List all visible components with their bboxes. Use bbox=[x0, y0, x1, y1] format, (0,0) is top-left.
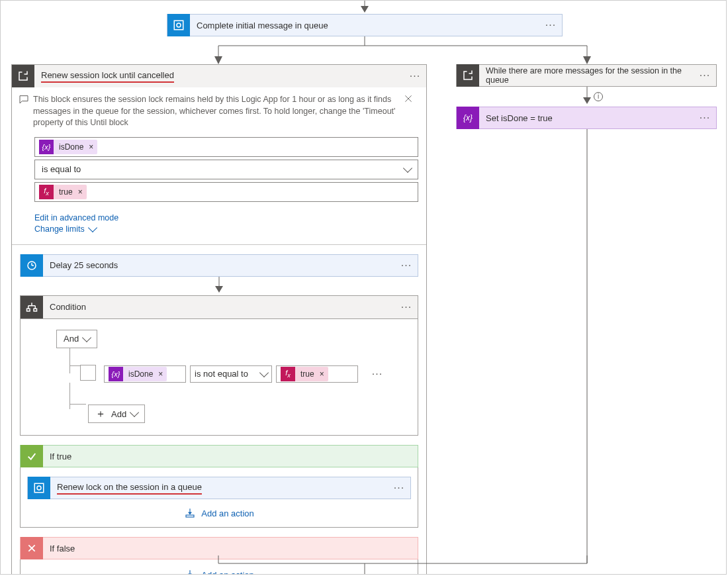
until-loop-icon bbox=[12, 65, 34, 87]
chevron-down-icon bbox=[403, 163, 412, 172]
check-icon bbox=[21, 445, 43, 467]
action-complete-initial-message[interactable]: Complete initial message in queue ··· bbox=[167, 14, 563, 36]
change-limits-link[interactable]: Change limits bbox=[34, 224, 96, 234]
svg-point-24 bbox=[37, 486, 41, 490]
token-isdone[interactable]: {x} isDone × bbox=[39, 140, 97, 154]
if-true-header[interactable]: If true bbox=[20, 445, 418, 467]
token-true[interactable]: fx true × bbox=[39, 185, 87, 199]
svg-marker-1 bbox=[361, 6, 369, 13]
svg-rect-25 bbox=[186, 515, 194, 517]
connector bbox=[1, 555, 727, 575]
servicebus-icon bbox=[167, 14, 190, 36]
set-isdone-action[interactable]: {x} Set isDone = true ··· bbox=[456, 107, 717, 129]
svg-marker-27 bbox=[188, 512, 192, 515]
svg-rect-22 bbox=[34, 309, 37, 311]
if-true-label: If true bbox=[43, 452, 418, 461]
while-title: While there are more messages for the se… bbox=[479, 66, 694, 85]
condition-menu-button[interactable]: ··· bbox=[395, 301, 418, 313]
until-operator-select[interactable]: is equal to bbox=[34, 160, 418, 179]
if-true-branch: If true Renew lock on the session in a q… bbox=[20, 445, 418, 528]
if-false-label: If false bbox=[43, 544, 418, 553]
arrow bbox=[212, 277, 226, 295]
svg-rect-2 bbox=[174, 21, 183, 30]
chevron-down-icon bbox=[130, 408, 139, 417]
connector bbox=[580, 129, 594, 563]
svg-rect-23 bbox=[34, 483, 44, 493]
condition-title: Condition bbox=[43, 302, 395, 312]
renew-lock-action[interactable]: Renew lock on the session in a queue ··· bbox=[27, 477, 411, 499]
arrow bbox=[358, 1, 371, 14]
chevron-down-icon bbox=[88, 222, 97, 232]
action-title: Complete initial message in queue bbox=[190, 21, 539, 30]
while-menu-button[interactable]: ··· bbox=[694, 70, 716, 81]
svg-marker-8 bbox=[214, 56, 222, 64]
add-action-true[interactable]: Add an action bbox=[27, 507, 411, 519]
until-value-field[interactable]: {x} isDone × bbox=[34, 137, 418, 157]
connector bbox=[1, 36, 727, 68]
renew-lock-title: Renew lock on the session in a queue bbox=[50, 482, 388, 495]
set-isdone-menu[interactable]: ··· bbox=[694, 112, 716, 124]
delay-action[interactable]: Delay 25 seconds ··· bbox=[20, 254, 418, 277]
condition-group-and[interactable]: And bbox=[56, 330, 97, 348]
arrow bbox=[580, 87, 594, 107]
while-loop-action[interactable]: While there are more messages for the se… bbox=[456, 64, 717, 87]
condition-block: Condition ··· And {x}isDone× is not equa… bbox=[20, 295, 418, 436]
until-loop-icon bbox=[457, 64, 479, 87]
comment-icon bbox=[19, 94, 33, 129]
panel-title: Renew session lock until cancelled bbox=[34, 70, 404, 83]
set-isdone-title: Set isDone = true bbox=[479, 113, 694, 123]
svg-rect-21 bbox=[27, 309, 30, 311]
note-row: This block ensures the session lock rema… bbox=[12, 87, 426, 136]
remove-token-button[interactable]: × bbox=[77, 187, 87, 197]
svg-point-3 bbox=[177, 23, 181, 27]
renew-lock-panel: Renew session lock until cancelled ··· T… bbox=[11, 64, 427, 575]
note-text: This block ensures the session lock rema… bbox=[33, 94, 404, 129]
until-target-field[interactable]: fx true × bbox=[34, 182, 418, 202]
renew-lock-menu[interactable]: ··· bbox=[388, 482, 410, 494]
condition-icon bbox=[21, 296, 43, 318]
svg-marker-16 bbox=[215, 286, 223, 293]
info-icon[interactable]: i bbox=[594, 91, 603, 101]
remove-token-button[interactable]: × bbox=[87, 142, 97, 152]
svg-marker-9 bbox=[583, 56, 591, 64]
svg-marker-37 bbox=[583, 97, 591, 104]
chevron-down-icon bbox=[82, 332, 91, 342]
clock-icon bbox=[21, 254, 43, 277]
panel-menu-button[interactable]: ··· bbox=[404, 70, 426, 82]
servicebus-icon bbox=[28, 477, 50, 499]
delay-title: Delay 25 seconds bbox=[43, 260, 395, 270]
action-menu-button[interactable]: ··· bbox=[539, 19, 562, 31]
variable-icon: {x} bbox=[457, 107, 479, 129]
edit-advanced-mode-link[interactable]: Edit in advanced mode bbox=[34, 213, 118, 222]
panel-header[interactable]: Renew session lock until cancelled ··· bbox=[12, 65, 426, 87]
delay-menu-button[interactable]: ··· bbox=[395, 260, 418, 271]
close-note-button[interactable] bbox=[404, 94, 418, 129]
condition-header[interactable]: Condition ··· bbox=[21, 296, 418, 318]
